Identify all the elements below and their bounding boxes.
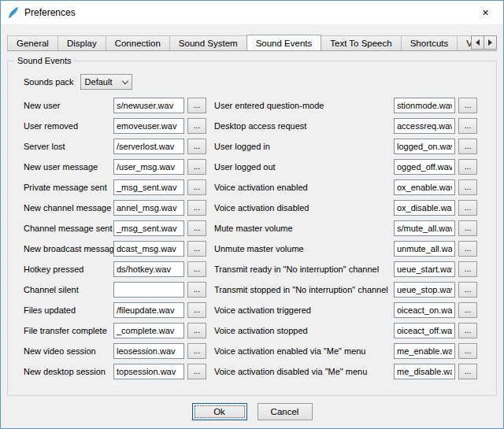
sound-event-row: New video session... [24,341,206,361]
browse-button[interactable]: ... [187,302,206,318]
sound-event-label: New video session [24,346,113,356]
browse-button[interactable]: ... [187,179,206,195]
tab-shortcuts[interactable]: Shortcuts [401,35,458,50]
tab-sound-events[interactable]: Sound Events [246,35,322,51]
sound-file-input[interactable] [394,220,455,236]
browse-button[interactable]: ... [458,241,477,257]
sound-file-input[interactable] [113,159,184,175]
browse-button[interactable]: ... [458,118,477,134]
browse-button[interactable]: ... [458,139,477,154]
browse-button[interactable]: ... [187,200,206,216]
sound-file-input[interactable] [394,98,455,113]
browse-button[interactable]: ... [458,98,477,113]
window-title: Preferences [24,7,468,18]
sound-event-label: Channel message sent [24,224,113,233]
tab-sound-system[interactable]: Sound System [169,35,247,50]
sound-event-label: Server lost [24,142,113,151]
tab-display[interactable]: Display [57,35,106,50]
browse-button[interactable]: ... [458,179,477,195]
browse-button[interactable]: ... [458,323,477,338]
browse-button[interactable]: ... [458,261,477,277]
browse-button[interactable]: ... [187,282,206,298]
sound-file-input[interactable] [394,282,455,298]
browse-button[interactable]: ... [187,98,206,113]
tab-general[interactable]: General [7,35,58,50]
sound-event-row: User entered question-mode... [214,95,477,116]
ok-button[interactable]: Ok [192,403,247,420]
sound-file-input[interactable] [394,261,455,277]
sound-file-input[interactable] [113,98,184,113]
sounds-pack-select[interactable]: Default [80,74,132,90]
sound-file-input[interactable] [394,364,455,379]
close-button[interactable]: × [468,1,503,24]
tab-scroll-control [472,35,497,50]
sound-file-input[interactable] [113,364,184,379]
sound-events-left-column: New user...User removed...Server lost...… [24,95,206,382]
browse-button[interactable]: ... [187,323,206,338]
browse-button[interactable]: ... [187,139,206,154]
tab-scroll-left-button[interactable] [471,35,484,50]
sound-event-row: New user... [24,95,206,116]
sound-event-label: Desktop access request [214,121,394,131]
sound-event-row: Transmit stopped in "No interruption" ch… [214,279,477,300]
sound-event-row: Voice activation enabled via "Me" menu..… [214,341,477,361]
browse-button[interactable]: ... [458,282,477,298]
browse-button[interactable]: ... [458,364,477,379]
sound-file-input[interactable] [394,241,455,257]
browse-button[interactable]: ... [458,159,477,175]
tab-connection[interactable]: Connection [106,35,170,50]
sound-file-input[interactable] [394,118,455,134]
tab-text-to-speech[interactable]: Text To Speech [321,35,401,50]
sound-file-input[interactable] [394,323,455,338]
sound-events-columns: New user...User removed...Server lost...… [24,95,477,382]
sound-file-input[interactable] [394,343,455,359]
sound-file-input[interactable] [394,139,455,154]
browse-button[interactable]: ... [458,200,477,216]
browse-button[interactable]: ... [187,220,206,236]
sound-event-label: Voice activation enabled via "Me" menu [214,346,394,356]
sound-event-label: File transfer complete [24,326,113,335]
browse-button[interactable]: ... [187,118,206,134]
sound-event-row: Files updated... [24,300,206,320]
sound-file-input[interactable] [113,302,184,318]
browse-button[interactable]: ... [458,302,477,318]
titlebar: Preferences × [1,1,503,24]
preferences-window: Preferences × GeneralDisplayConnectionSo… [0,0,504,429]
browse-button[interactable]: ... [187,261,206,277]
browse-button[interactable]: ... [187,364,206,379]
sound-event-row: New channel message... [24,198,206,218]
browse-button[interactable]: ... [458,220,477,236]
sound-event-label: Unmute master volume [214,244,394,253]
sound-file-input[interactable] [113,179,184,195]
sound-file-input[interactable] [394,179,455,195]
sound-file-input[interactable] [113,282,184,298]
sound-event-label: Mute master volume [214,224,394,233]
sound-file-input[interactable] [394,302,455,318]
sound-file-input[interactable] [113,323,184,338]
cancel-button[interactable]: Cancel [258,403,313,420]
sound-event-row: Voice activation enabled... [214,177,477,198]
sound-file-input[interactable] [113,261,184,277]
browse-button[interactable]: ... [187,241,206,257]
sound-event-row: New desktop session... [24,361,206,382]
sound-event-label: Voice activation triggered [214,305,394,315]
sound-events-group: Sound Events Sounds pack Default New use… [7,56,497,396]
close-icon: × [482,6,488,19]
sound-events-right-column: User entered question-mode...Desktop acc… [214,95,477,382]
browse-button[interactable]: ... [458,343,477,359]
sound-file-input[interactable] [113,200,184,216]
sound-file-input[interactable] [113,139,184,154]
sound-file-input[interactable] [113,343,184,359]
sound-file-input[interactable] [394,159,455,175]
tab-scroll-right-button[interactable] [484,35,497,50]
sound-event-label: Voice activation disabled via "Me" menu [214,367,394,376]
sound-file-input[interactable] [113,118,184,134]
browse-button[interactable]: ... [187,159,206,175]
sound-event-label: User logged out [214,162,394,172]
sound-file-input[interactable] [394,200,455,216]
sound-file-input[interactable] [113,241,184,257]
sound-file-input[interactable] [113,220,184,236]
sound-event-label: New channel message [24,203,113,213]
sound-event-row: Voice activation triggered... [214,300,477,320]
browse-button[interactable]: ... [187,343,206,359]
